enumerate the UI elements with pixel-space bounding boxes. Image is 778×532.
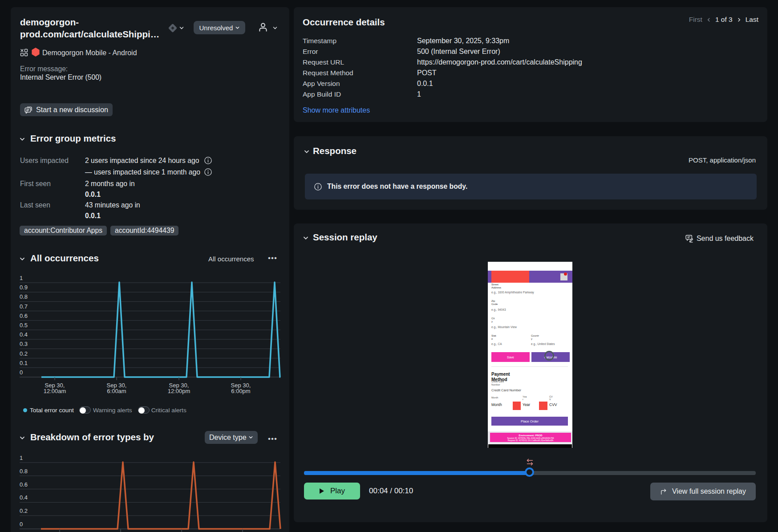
svg-text:1: 1: [20, 455, 23, 461]
svg-text:0.6: 0.6: [20, 481, 28, 488]
svg-text:0.9: 0.9: [20, 284, 28, 291]
svg-text:0.5: 0.5: [20, 322, 28, 329]
svg-text:0.4: 0.4: [20, 494, 28, 501]
svg-text:0.6: 0.6: [20, 313, 28, 319]
svg-text:0.2: 0.2: [20, 350, 28, 357]
svg-text:0: 0: [20, 369, 23, 376]
svg-text:0.8: 0.8: [20, 293, 28, 300]
svg-text:6:00am: 6:00am: [107, 388, 126, 394]
svg-text:1: 1: [20, 275, 23, 281]
svg-text:6:00pm: 6:00pm: [231, 388, 250, 394]
svg-text:0.8: 0.8: [20, 468, 28, 475]
svg-text:12:00pm: 12:00pm: [168, 388, 190, 394]
svg-text:0.2: 0.2: [20, 508, 28, 514]
svg-text:0.7: 0.7: [20, 303, 28, 310]
svg-text:0.1: 0.1: [20, 360, 28, 366]
svg-text:0.4: 0.4: [20, 331, 28, 338]
svg-text:0.3: 0.3: [20, 341, 28, 347]
svg-text:0: 0: [20, 521, 23, 528]
svg-text:12:00am: 12:00am: [44, 388, 66, 394]
